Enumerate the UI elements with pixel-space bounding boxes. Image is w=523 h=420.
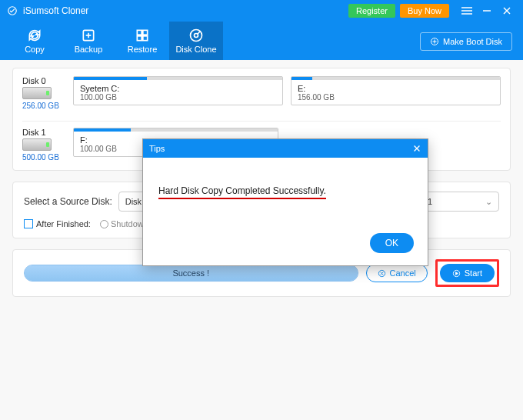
start-highlight: Start (435, 259, 499, 287)
buy-now-button[interactable]: Buy Now (400, 4, 449, 18)
disk-name: Disk 0 (22, 76, 73, 85)
after-finished-label: After Finished: (36, 219, 91, 228)
boot-label: Make Boot Disk (443, 37, 502, 46)
tab-label: Copy (25, 45, 45, 54)
disk-meta: Disk 1 500.00 GB (22, 128, 73, 162)
tab-backup[interactable]: Backup (62, 22, 115, 60)
disk-row[interactable]: Disk 0 256.00 GB Syetem C: 100.00 GB E: … (22, 76, 501, 118)
partition-label: Syetem C: (80, 84, 276, 93)
titlebar: iSumsoft Cloner Register Buy Now (0, 0, 523, 22)
make-boot-disk-button[interactable]: Make Boot Disk (420, 32, 512, 51)
tab-restore[interactable]: Restore (115, 22, 169, 60)
menu-icon[interactable] (457, 3, 477, 18)
tab-label: Disk Clone (175, 45, 216, 54)
partition-size: 156.00 GB (298, 93, 494, 102)
cancel-button[interactable]: Cancel (366, 264, 428, 282)
app-logo-icon (6, 5, 18, 17)
start-label: Start (465, 268, 482, 278)
partition-size: 100.00 GB (80, 93, 276, 102)
svg-rect-10 (137, 30, 142, 35)
partition-label: E: (298, 84, 494, 93)
hdd-icon (22, 87, 52, 99)
chevron-down-icon: ⌄ (485, 197, 492, 207)
svg-marker-23 (455, 272, 458, 275)
start-button[interactable]: Start (440, 264, 495, 282)
svg-point-14 (191, 30, 202, 42)
disk-size: 500.00 GB (22, 153, 73, 162)
copy-icon (27, 28, 42, 43)
progress-text: Success ! (172, 268, 209, 278)
after-finished-checkbox[interactable]: After Finished: (24, 219, 91, 228)
tab-label: Backup (75, 45, 103, 54)
hdd-icon (22, 138, 52, 151)
dialog-header[interactable]: Tips (143, 139, 428, 158)
dialog-close-icon[interactable] (412, 144, 421, 153)
main-toolbar: Copy Backup Restore Disk Clone Make Boot… (0, 22, 523, 60)
tab-disk-clone[interactable]: Disk Clone (169, 22, 223, 60)
radio-shutdown[interactable]: Shutdown (100, 219, 148, 228)
partition[interactable]: E: 156.00 GB (291, 76, 501, 105)
svg-rect-11 (143, 30, 148, 35)
close-icon[interactable] (497, 3, 517, 18)
minimize-icon[interactable] (477, 3, 497, 18)
ok-button[interactable]: OK (370, 233, 414, 253)
play-circle-icon (452, 269, 461, 278)
plus-circle-icon (430, 37, 439, 46)
tab-label: Restore (128, 45, 158, 54)
svg-rect-13 (143, 36, 148, 41)
app-title: iSumsoft Cloner (23, 5, 88, 16)
register-button[interactable]: Register (348, 4, 395, 18)
progress-bar: Success ! (24, 265, 358, 282)
cancel-label: Cancel (390, 268, 416, 278)
x-circle-icon (378, 269, 386, 278)
backup-icon (81, 28, 96, 43)
tips-dialog: Tips Hard Disk Copy Completed Successful… (142, 138, 428, 266)
restore-icon (135, 28, 150, 43)
disk-name: Disk 1 (22, 128, 73, 137)
disk-meta: Disk 0 256.00 GB (22, 76, 73, 110)
dialog-title: Tips (149, 144, 165, 153)
source-disk-label: Select a Source Disk: (24, 196, 112, 207)
svg-rect-12 (137, 36, 142, 41)
disk-size: 256.00 GB (22, 102, 73, 110)
dialog-message: Hard Disk Copy Completed Successfully. (158, 185, 326, 199)
partition[interactable]: Syetem C: 100.00 GB (73, 76, 283, 105)
tab-copy[interactable]: Copy (8, 22, 62, 60)
disk-clone-icon (188, 28, 204, 43)
